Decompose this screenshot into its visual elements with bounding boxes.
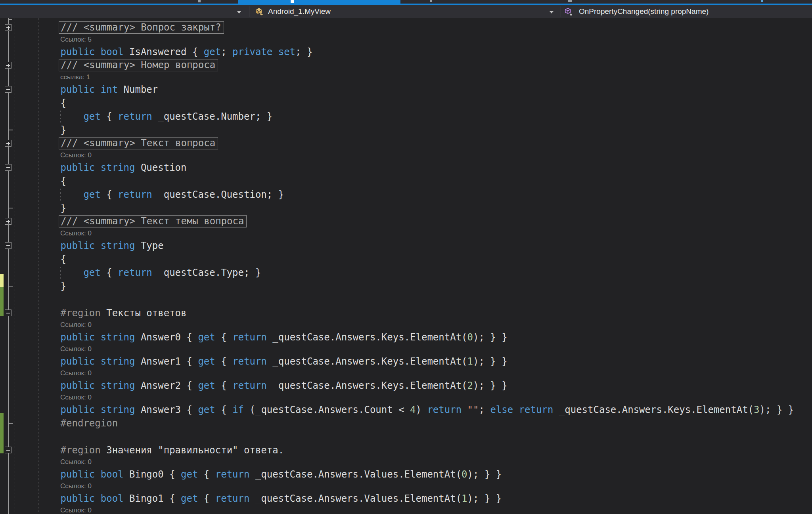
collapsed-doc-comment: /// <summary> Текст вопроса: [0, 137, 812, 150]
code-line: public bool Bingo1 { get { return _quest…: [0, 492, 812, 505]
code-line: {: [0, 252, 812, 266]
codelens-link[interactable]: Ссылок: 0: [60, 394, 92, 401]
codelens-references[interactable]: Ссылок: 5: [0, 34, 812, 45]
indent-guide: [60, 267, 61, 279]
codelens-references[interactable]: Ссылок: 0: [0, 150, 812, 161]
collapsed-summary-text[interactable]: /// <summary> Номер вопроса: [59, 59, 218, 71]
code-line: public string Answer3 { get { if (_quest…: [0, 403, 812, 417]
codelens-link[interactable]: Ссылок: 0: [60, 482, 92, 490]
codelens-references[interactable]: Ссылок: 0: [0, 505, 812, 514]
tab-text-fragment: [430, 0, 432, 2]
fold-end-tick: [8, 208, 13, 208]
tab-strip: [0, 0, 812, 5]
code-editor[interactable]: /// <summary> Вопрос закрыт?Ссылок: 5 pu…: [0, 18, 812, 514]
codelens-references[interactable]: Ссылок: 0: [0, 392, 812, 403]
code-line: {: [0, 96, 812, 110]
code-line: public string Answer0 { get { return _qu…: [0, 331, 812, 344]
method-icon: [565, 8, 573, 16]
tab-text-fragment: [291, 0, 294, 3]
codelens-link[interactable]: Ссылок: 0: [60, 506, 92, 514]
code-line: {: [0, 174, 812, 188]
code-line: [0, 430, 812, 443]
fold-collapse-icon[interactable]: [5, 310, 11, 316]
class-icon: [255, 8, 264, 16]
indent-guide: [60, 111, 61, 122]
outlining-end-tick: [8, 19, 12, 20]
fold-end-tick: [8, 423, 13, 424]
collapsed-doc-comment: /// <summary> Текст темы вопроса: [0, 215, 812, 228]
tab-text-fragment: [761, 0, 763, 2]
code-line: }: [0, 123, 812, 137]
tab-text-fragment: [198, 0, 201, 2]
collapsed-doc-comment: /// <summary> Номер вопроса: [0, 59, 812, 72]
member-dropdown-arrow-icon[interactable]: [549, 11, 554, 13]
fold-collapse-icon[interactable]: [5, 86, 11, 93]
project-dropdown-arrow-icon[interactable]: [237, 11, 241, 13]
navigation-bar: Android_1.MyView OnPropertyChanged(strin…: [0, 5, 812, 18]
codelens-references[interactable]: Ссылок: 0: [0, 481, 812, 492]
fold-end-tick: [8, 286, 13, 287]
codelens-link[interactable]: Ссылок: 0: [60, 229, 92, 237]
codelens-link[interactable]: Ссылок: 0: [60, 458, 92, 466]
codelens-link[interactable]: ссылка: 1: [60, 73, 90, 81]
code-line: get { return _questCase.Question; }: [0, 188, 812, 201]
fold-collapse-icon[interactable]: [5, 447, 11, 453]
fold-collapse-icon[interactable]: [5, 242, 11, 249]
code-line: public string Answer2 { get { return _qu…: [0, 379, 812, 392]
codelens-references[interactable]: Ссылок: 0: [0, 457, 812, 468]
fold-expand-icon[interactable]: [5, 218, 11, 225]
codelens-references[interactable]: Ссылок: 0: [0, 344, 812, 355]
member-dropdown[interactable]: OnPropertyChanged(string propName): [579, 5, 709, 18]
fold-expand-icon[interactable]: [5, 140, 11, 147]
codelens-link[interactable]: Ссылок: 0: [60, 345, 92, 353]
collapsed-summary-text[interactable]: /// <summary> Текст темы вопроса: [59, 215, 247, 227]
code-line: public bool Bingo0 { get { return _quest…: [0, 468, 812, 481]
code-line: #region Тексты ответов: [0, 306, 812, 320]
codelens-link[interactable]: Ссылок: 0: [60, 369, 92, 377]
code-line: #region Значения "правильности" ответа.: [0, 443, 812, 457]
code-line: [0, 293, 812, 306]
code-line: get { return _questCase.Number; }: [0, 110, 812, 123]
collapsed-doc-comment: /// <summary> Вопрос закрыт?: [0, 21, 812, 34]
codelens-link[interactable]: Ссылок: 0: [60, 151, 92, 159]
type-dropdown[interactable]: Android_1.MyView: [268, 5, 331, 18]
code-line: public string Question: [0, 161, 812, 174]
code-line: get { return _questCase.Type; }: [0, 266, 812, 279]
tab-text-fragment: [568, 0, 572, 2]
collapsed-summary-text[interactable]: /// <summary> Текст вопроса: [59, 137, 218, 149]
codelens-link[interactable]: Ссылок: 5: [60, 36, 92, 43]
fold-expand-icon[interactable]: [5, 24, 11, 31]
fold-end-tick: [8, 130, 13, 130]
vs-code-editor-window: { "tab_strip": { "accent_color": "#1583d…: [0, 0, 812, 514]
codelens-link[interactable]: Ссылок: 0: [60, 321, 92, 329]
code-line: public string Type: [0, 239, 812, 252]
codelens-references[interactable]: Ссылок: 0: [0, 228, 812, 239]
nav-separator: [561, 6, 561, 17]
code-line: public string Answer1 { get { return _qu…: [0, 355, 812, 368]
nav-separator: [249, 6, 249, 17]
code-line: public int Number: [0, 83, 812, 96]
code-line: public bool IsAnswered { get; private se…: [0, 45, 812, 59]
codelens-references[interactable]: ссылка: 1: [0, 72, 812, 83]
code-line: #endregion: [0, 417, 812, 430]
code-lines: /// <summary> Вопрос закрыт?Ссылок: 5 pu…: [0, 21, 812, 514]
indent-guide: [60, 189, 61, 201]
fold-collapse-icon[interactable]: [5, 164, 11, 171]
code-line: }: [0, 201, 812, 215]
fold-expand-icon[interactable]: [5, 62, 11, 69]
codelens-references[interactable]: Ссылок: 0: [0, 368, 812, 379]
codelens-references[interactable]: Ссылок: 0: [0, 320, 812, 331]
collapsed-summary-text[interactable]: /// <summary> Вопрос закрыт?: [59, 21, 224, 34]
code-line: }: [0, 279, 812, 293]
